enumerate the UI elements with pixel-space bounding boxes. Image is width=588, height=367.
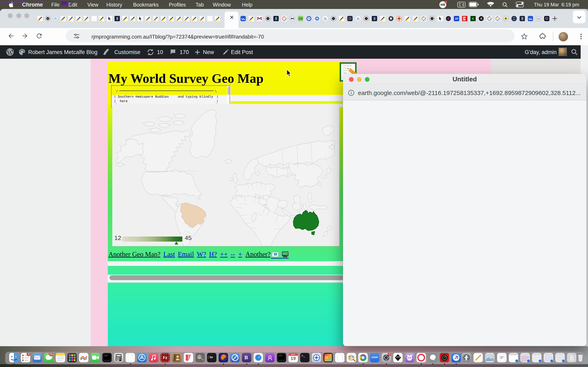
svg-text:G: G	[324, 17, 327, 21]
svg-text:nrl: nrl	[537, 17, 540, 20]
svg-text:E: E	[275, 253, 276, 256]
svg-text:G: G	[54, 17, 57, 20]
svg-text:S: S	[480, 17, 482, 20]
svg-text:10: 10	[455, 17, 458, 20]
svg-text:G: G	[357, 17, 359, 21]
